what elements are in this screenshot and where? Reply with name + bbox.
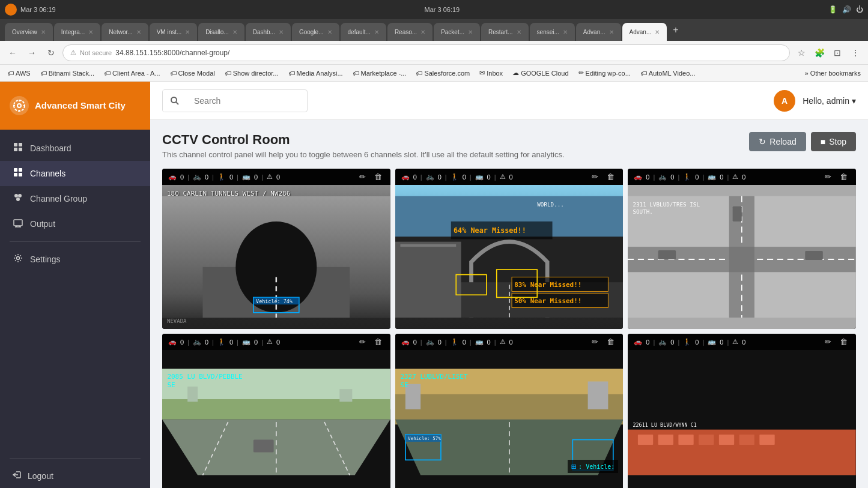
svg-rect-67 <box>587 382 608 409</box>
tab-network[interactable]: Networ...✕ <box>102 23 148 41</box>
tab-advan2[interactable]: Advan...✕ <box>622 23 667 41</box>
page-title: CCTV Control Room <box>162 132 565 148</box>
bookmark-aws[interactable]: 🏷 AWS <box>5 68 33 78</box>
settings-label: Settings <box>30 255 61 264</box>
sidebar-toggle-btn[interactable]: ⊡ <box>830 45 845 61</box>
svg-text:Vehicle: 74%: Vehicle: 74% <box>256 298 293 304</box>
svg-text:22611 LU BLVD/WYNN  C1: 22611 LU BLVD/WYNN C1 <box>633 422 697 428</box>
client-icon: 🏷 <box>104 70 111 77</box>
page-header-text: CCTV Control Room This channel control p… <box>162 132 565 159</box>
bookmark-bitnami[interactable]: 🏷 Bitnami Stack... <box>38 68 97 78</box>
svg-text:2085 LU BLVD/PEBBLE: 2085 LU BLVD/PEBBLE <box>167 373 242 381</box>
forward-button[interactable]: → <box>24 45 40 61</box>
page-content: CCTV Control Room This channel control p… <box>150 120 868 488</box>
svg-text:SE: SE <box>167 381 175 389</box>
camera-card-3: 🚗 0 | 🚲 0 | 🚶 0 | 🚌 0 | ⚠ 0 <box>628 169 856 329</box>
cam4-edit-button[interactable]: ✏ <box>357 337 368 347</box>
cam3-edit-button[interactable]: ✏ <box>822 172 834 182</box>
bookmark-editing[interactable]: ✏ Editing wp-co... <box>576 68 633 78</box>
cam5-edit-button[interactable]: ✏ <box>589 337 601 347</box>
hello-admin-button[interactable]: Hello, admin ▾ <box>803 96 856 106</box>
svg-point-1 <box>14 100 25 111</box>
tab-disallow[interactable]: Disallo...✕ <box>198 23 244 41</box>
sidebar-logout[interactable]: Logout <box>0 463 150 488</box>
cam5-delete-button[interactable]: 🗑 <box>604 337 617 347</box>
pipe9: | <box>653 173 655 181</box>
sidebar-item-dashboard[interactable]: Dashboard <box>0 136 150 161</box>
stop-icon: ■ <box>821 137 825 146</box>
tab-restart[interactable]: Restart...✕ <box>481 23 529 41</box>
bookmark-close-modal[interactable]: 🏷 Close Modal <box>168 68 217 78</box>
channel-group-icon <box>12 193 24 205</box>
extension-btn[interactable]: 🧩 <box>812 45 827 61</box>
tab-reason[interactable]: Reaso...✕ <box>387 23 432 41</box>
cam2-toolbar: 🚗 0 | 🚲 0 | 🚶 0 | 🚌 0 | ⚠ 0 <box>395 169 624 185</box>
svg-rect-85 <box>760 435 775 445</box>
cam1-toolbar: 🚗 0 | 🚲 0 | 🚶 0 | 🚌 0 | ⚠ 0 <box>162 169 390 185</box>
svg-rect-5 <box>19 148 22 151</box>
new-tab-button[interactable]: + <box>668 25 683 35</box>
svg-rect-3 <box>19 143 22 146</box>
cam4-delete-button[interactable]: 🗑 <box>372 337 384 347</box>
browser-toolbar: ☆ 🧩 ⊡ ⋮ <box>794 45 863 61</box>
cam2-vegas-view: 64% Near Missed!! WORLD... 83% Near Miss… <box>395 185 624 329</box>
cam1-delete-button[interactable]: 🗑 <box>372 172 384 182</box>
sidebar-item-channel-group[interactable]: Channel Group <box>0 186 150 211</box>
cam2-bike-icon: 🚲 <box>426 173 434 181</box>
cam4-pebble-view: 2085 LU BLVD/PEBBLE SE <box>162 359 390 485</box>
sidebar-item-output[interactable]: Output <box>0 211 150 236</box>
search-input[interactable] <box>187 96 307 106</box>
pipe18: | <box>445 339 447 346</box>
svg-rect-63 <box>253 440 274 453</box>
bookmark-media[interactable]: 🏷 Media Analysi... <box>286 68 345 78</box>
page-header: CCTV Control Room This channel control p… <box>162 132 856 159</box>
tab-default[interactable]: default...✕ <box>341 23 386 41</box>
back-button[interactable]: ← <box>5 45 20 61</box>
sidebar-item-settings[interactable]: Settings <box>0 247 150 272</box>
pipe15: | <box>237 339 238 346</box>
pipe7: | <box>470 173 472 181</box>
cam5-bike-count: 0 <box>438 339 442 346</box>
tab-dashboard[interactable]: Dashb...✕ <box>246 23 291 41</box>
bookmark-salesforce[interactable]: 🏷 Salesforce.com <box>413 68 472 78</box>
camera-card-2: 🚗 0 | 🚲 0 | 🚶 0 | 🚌 0 | ⚠ 0 <box>395 169 624 329</box>
reload-browser-button[interactable]: ↻ <box>43 45 59 61</box>
cam6-delete-button[interactable]: 🗑 <box>837 337 850 347</box>
tab-vm[interactable]: VM inst...✕ <box>150 23 198 41</box>
logout-label: Logout <box>28 471 53 481</box>
cam6-person-icon: 🚶 <box>683 338 691 346</box>
cam6-edit-button[interactable]: ✏ <box>822 337 834 347</box>
bookmark-btn[interactable]: ☆ <box>794 45 809 61</box>
cam2-edit-button[interactable]: ✏ <box>589 172 601 182</box>
menu-btn[interactable]: ⋮ <box>848 45 863 61</box>
tab-overview[interactable]: Overview✕ <box>5 23 53 41</box>
tab-sensei[interactable]: sensei...✕ <box>530 23 575 41</box>
bookmark-automl[interactable]: 🏷 AutoML Video... <box>638 68 698 78</box>
tab-packet[interactable]: Packet...✕ <box>434 23 480 41</box>
address-bar[interactable]: ⚠ Not secure 34.88.151.155:8000/channel-… <box>62 44 790 61</box>
cam2-delete-button[interactable]: 🗑 <box>604 172 617 182</box>
bookmark-client[interactable]: 🏷 Client Area - A... <box>102 68 162 78</box>
svg-rect-9 <box>19 173 22 176</box>
channel-group-label: Channel Group <box>30 194 87 203</box>
cam1-edit-button[interactable]: ✏ <box>357 172 368 182</box>
tab-integra[interactable]: Integra...✕ <box>54 23 100 41</box>
stop-button[interactable]: ■ Stop <box>811 132 856 151</box>
cam5-actions: ✏ 🗑 <box>589 337 617 347</box>
inbox-icon: ✉ <box>479 69 485 77</box>
search-button[interactable] <box>163 89 187 112</box>
bookmark-marketplace[interactable]: 🏷 Marketplace -... <box>350 68 409 78</box>
cam3-bike-count: 0 <box>670 173 674 181</box>
tab-google[interactable]: Google...✕ <box>292 23 339 41</box>
reload-button[interactable]: ↻ Reload <box>749 132 806 151</box>
tab-advan1[interactable]: Advan...✕ <box>576 23 621 41</box>
bookmark-other[interactable]: » Other bookmarks <box>802 68 863 78</box>
bookmark-google-cloud[interactable]: ☁ GOOGLE Cloud <box>510 68 571 78</box>
hello-text: Hello, admin <box>803 96 849 106</box>
svg-rect-29 <box>395 242 461 318</box>
bookmark-inbox[interactable]: ✉ Inbox <box>477 68 505 78</box>
cam3-delete-button[interactable]: 🗑 <box>837 172 850 182</box>
bookmark-show-dir[interactable]: 🏷 Show director... <box>222 68 281 78</box>
pipe20: | <box>494 339 496 346</box>
sidebar-item-channels[interactable]: Channels <box>0 161 150 186</box>
